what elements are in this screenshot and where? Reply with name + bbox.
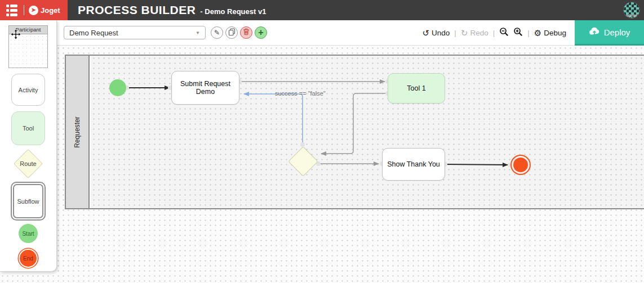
deploy-button[interactable]: Deploy (575, 20, 644, 46)
swimlane-title: Requester (73, 116, 81, 147)
swimlane-header[interactable]: Requester (65, 56, 90, 208)
zoom-in-button[interactable] (513, 27, 523, 38)
route-label: Route (8, 160, 48, 167)
toolbar-separator: | (527, 29, 530, 37)
copy-process-button[interactable] (225, 26, 238, 39)
palette-item-route[interactable]: Route (8, 149, 48, 178)
cloud-upload-icon (589, 27, 600, 37)
palette-item-tool[interactable]: Tool (11, 111, 45, 145)
menu-icon[interactable] (6, 5, 17, 16)
joget-logo-icon: ➤ (29, 6, 38, 15)
activity-node-show-thank-you[interactable]: Show Thank You (382, 148, 445, 181)
joget-logo[interactable]: ➤ Joget (29, 6, 60, 15)
undo-button-label: Undo (432, 29, 450, 37)
debug-button-label: Debug (544, 29, 566, 37)
redo-icon: ↻ (461, 29, 468, 37)
toolbar: Demo Request ▼ ✎ + ↺ Undo | ↻ Redo (57, 20, 644, 46)
plus-icon: + (258, 28, 263, 38)
process-canvas[interactable]: Requester success == "false" Submit Requ… (57, 46, 644, 283)
zoom-in-icon (513, 27, 523, 38)
undo-button[interactable]: ↺ Undo (422, 29, 450, 37)
copy-icon (228, 28, 236, 38)
tool-label: Tool (23, 125, 34, 132)
delete-process-button[interactable] (240, 26, 252, 39)
undo-icon: ↺ (422, 29, 429, 37)
brand-block: ➤ Joget (0, 0, 68, 20)
deploy-button-label: Deploy (604, 28, 630, 37)
palette-item-end[interactable]: End (20, 250, 37, 267)
zoom-out-button[interactable] (499, 27, 509, 38)
process-subtitle: - Demo Request v1 (200, 7, 266, 16)
end-event-node[interactable] (510, 155, 531, 175)
gear-icon: ⚙ (534, 29, 541, 37)
page-title: PROCESS BUILDER - Demo Request v1 (78, 3, 266, 17)
activity-node-label: Submit Request Demo (174, 80, 237, 96)
tool-node-label: Tool 1 (407, 84, 425, 92)
user-avatar[interactable]: admin (623, 2, 640, 19)
redo-button[interactable]: ↻ Redo (461, 29, 488, 37)
app-title: PROCESS BUILDER (78, 3, 196, 17)
trash-icon (243, 28, 250, 37)
avatar-username: admin (624, 14, 639, 17)
header-divider (24, 5, 24, 15)
activity-label: Activity (19, 87, 38, 93)
palette-item-activity[interactable]: Activity (11, 74, 45, 106)
app-header: ➤ Joget PROCESS BUILDER - Demo Request v… (0, 0, 644, 20)
toolbar-separator: | (454, 29, 456, 37)
activity-node-label: Show Thank You (387, 160, 440, 168)
redo-button-label: Redo (470, 29, 488, 37)
tool-node-tool-1[interactable]: Tool 1 (388, 73, 445, 104)
start-label: Start (22, 231, 34, 237)
swimlane-requester: Requester (65, 55, 644, 209)
joget-brand-text: Joget (41, 6, 60, 15)
chevron-down-icon: ▼ (196, 30, 200, 35)
end-event-inner-circle (513, 158, 528, 172)
shape-palette: Participant Activity Tool Route Subflow … (0, 20, 57, 272)
add-process-button[interactable]: + (255, 26, 267, 39)
palette-item-participant[interactable]: Participant (8, 25, 48, 68)
move-cursor-icon (11, 29, 21, 42)
palette-item-start[interactable]: Start (19, 224, 38, 243)
zoom-out-icon (499, 27, 509, 38)
edge-condition-label[interactable]: success == "false" (275, 90, 326, 97)
toolbar-separator: | (493, 29, 495, 37)
process-select-dropdown[interactable]: Demo Request ▼ (64, 26, 206, 39)
pencil-icon: ✎ (214, 29, 220, 37)
process-select-value: Demo Request (69, 29, 118, 37)
activity-node-submit-request-demo[interactable]: Submit Request Demo (171, 71, 239, 105)
toolbar-right-group: ↺ Undo | ↻ Redo | (422, 27, 566, 38)
start-event-node[interactable] (109, 79, 126, 96)
subflow-label: Subflow (17, 198, 39, 205)
edit-process-button[interactable]: ✎ (211, 26, 223, 39)
palette-item-subflow[interactable]: Subflow (11, 182, 46, 221)
debug-button[interactable]: ⚙ Debug (534, 29, 566, 37)
end-label: End (23, 255, 33, 262)
